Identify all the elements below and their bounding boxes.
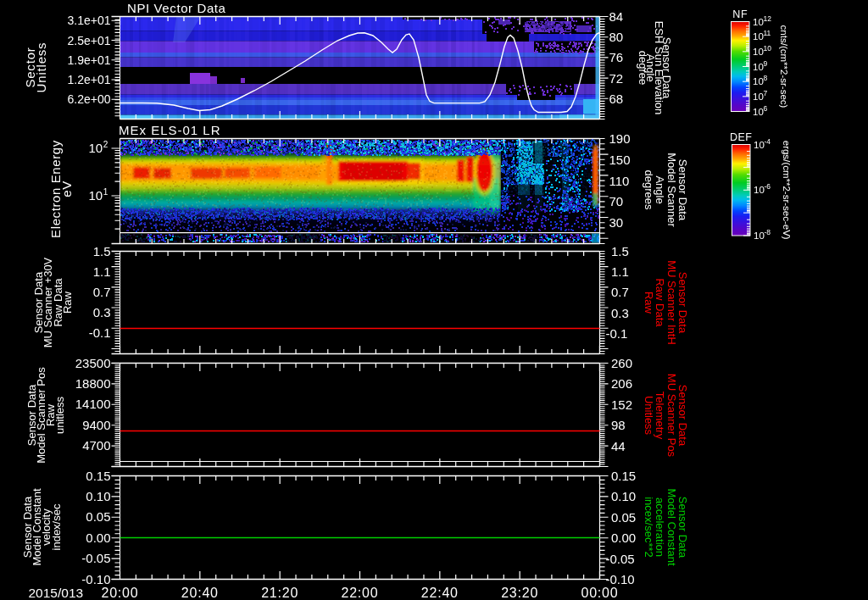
svg-text:3.1e+01: 3.1e+01 bbox=[68, 14, 111, 27]
svg-text:8: 8 bbox=[764, 74, 768, 82]
svg-text:9400: 9400 bbox=[82, 418, 110, 432]
svg-text:6: 6 bbox=[764, 104, 768, 113]
svg-text:14100: 14100 bbox=[75, 397, 111, 411]
svg-text:84: 84 bbox=[609, 9, 624, 24]
svg-text:-0.05: -0.05 bbox=[606, 552, 635, 566]
svg-text:10: 10 bbox=[753, 17, 764, 27]
svg-text:23500: 23500 bbox=[75, 356, 111, 370]
svg-text:206: 206 bbox=[611, 376, 632, 391]
svg-text:ergs/(cm**2-sr-sec-eV): ergs/(cm**2-sr-sec-eV) bbox=[782, 141, 792, 240]
svg-text:0.05: 0.05 bbox=[611, 510, 636, 525]
svg-text:0.00: 0.00 bbox=[86, 531, 110, 545]
svg-text:0.15: 0.15 bbox=[611, 469, 636, 483]
svg-text:7: 7 bbox=[764, 89, 768, 97]
svg-text:72: 72 bbox=[609, 71, 624, 86]
svg-text:190: 190 bbox=[609, 131, 631, 146]
svg-text:10: 10 bbox=[753, 76, 764, 86]
svg-text:22:00: 22:00 bbox=[341, 586, 378, 600]
svg-text:68: 68 bbox=[609, 92, 624, 106]
svg-text:110: 110 bbox=[609, 174, 630, 188]
svg-text:70: 70 bbox=[609, 194, 624, 208]
svg-text:10: 10 bbox=[753, 62, 764, 72]
svg-text:9: 9 bbox=[764, 59, 768, 68]
svg-text:30: 30 bbox=[609, 215, 624, 230]
svg-text:22:40: 22:40 bbox=[421, 586, 459, 600]
svg-text:degree: degree bbox=[637, 51, 649, 85]
svg-text:Raw: Raw bbox=[643, 292, 655, 314]
svg-text:0.3: 0.3 bbox=[93, 305, 111, 319]
svg-text:10: 10 bbox=[753, 107, 764, 117]
svg-text:-0.05: -0.05 bbox=[81, 551, 110, 565]
svg-text:incex/sec**2: incex/sec**2 bbox=[643, 497, 655, 558]
svg-text:10: 10 bbox=[754, 231, 765, 241]
svg-text:10: 10 bbox=[754, 185, 765, 195]
svg-text:98: 98 bbox=[611, 418, 626, 432]
svg-text:MEx ELS-01 LR: MEx ELS-01 LR bbox=[119, 123, 221, 137]
svg-text:0.7: 0.7 bbox=[93, 285, 111, 299]
svg-text:1.2e+01: 1.2e+01 bbox=[68, 73, 111, 86]
svg-text:2.5e+01: 2.5e+01 bbox=[68, 34, 111, 47]
svg-text:-8: -8 bbox=[765, 228, 771, 236]
svg-text:10: 10 bbox=[753, 92, 764, 102]
svg-text:eV: eV bbox=[59, 181, 74, 197]
svg-text:76: 76 bbox=[609, 50, 624, 64]
svg-text:10: 10 bbox=[754, 140, 765, 150]
svg-text:6.2e+00: 6.2e+00 bbox=[68, 92, 111, 106]
svg-text:NPI Vector Data: NPI Vector Data bbox=[127, 1, 226, 15]
svg-text:0.15: 0.15 bbox=[86, 469, 110, 483]
svg-text:DEF: DEF bbox=[730, 131, 753, 143]
svg-text:-4: -4 bbox=[765, 137, 771, 146]
svg-text:18800: 18800 bbox=[75, 376, 111, 391]
svg-text:1.1: 1.1 bbox=[93, 264, 111, 279]
svg-text:4700: 4700 bbox=[82, 438, 110, 453]
svg-text:0.3: 0.3 bbox=[611, 306, 629, 320]
svg-text:Unitless: Unitless bbox=[34, 42, 48, 93]
svg-text:0.00: 0.00 bbox=[611, 531, 636, 545]
svg-text:degrees: degrees bbox=[643, 170, 655, 210]
svg-text:Unitless: Unitless bbox=[643, 396, 655, 436]
svg-text:23:20: 23:20 bbox=[501, 586, 538, 600]
svg-text:2015/013: 2015/013 bbox=[29, 586, 84, 600]
svg-text:Raw: Raw bbox=[61, 291, 74, 314]
svg-text:260: 260 bbox=[611, 356, 632, 370]
svg-text:0.10: 0.10 bbox=[611, 489, 636, 503]
svg-text:1.9e+01: 1.9e+01 bbox=[68, 53, 111, 67]
svg-text:152: 152 bbox=[611, 397, 632, 412]
svg-text:-6: -6 bbox=[765, 182, 771, 191]
svg-text:44: 44 bbox=[611, 439, 626, 453]
svg-text:21:20: 21:20 bbox=[261, 586, 298, 600]
svg-text:10: 10 bbox=[89, 188, 103, 203]
svg-text:1: 1 bbox=[103, 187, 108, 197]
svg-text:0.7: 0.7 bbox=[611, 285, 629, 299]
svg-text:00:00: 00:00 bbox=[581, 586, 618, 600]
svg-text:10: 10 bbox=[764, 44, 772, 53]
svg-text:unitless: unitless bbox=[53, 396, 66, 434]
svg-text:1.1: 1.1 bbox=[611, 264, 629, 279]
svg-text:12: 12 bbox=[764, 14, 772, 23]
svg-text:2: 2 bbox=[103, 140, 108, 149]
svg-text:-0.10: -0.10 bbox=[81, 572, 110, 586]
svg-text:cnts/(cm**2-sr-sec): cnts/(cm**2-sr-sec) bbox=[779, 25, 789, 108]
svg-text:1.5: 1.5 bbox=[93, 244, 111, 258]
svg-text:10: 10 bbox=[753, 47, 764, 57]
svg-text:-0.10: -0.10 bbox=[606, 572, 635, 586]
svg-text:11: 11 bbox=[764, 29, 771, 37]
svg-text:20:00: 20:00 bbox=[101, 586, 138, 600]
svg-text:10: 10 bbox=[89, 141, 103, 155]
svg-text:-0.1: -0.1 bbox=[606, 326, 628, 341]
svg-text:1.5: 1.5 bbox=[611, 244, 629, 258]
svg-text:150: 150 bbox=[609, 153, 631, 167]
svg-text:index/sec: index/sec bbox=[50, 503, 63, 550]
svg-text:80: 80 bbox=[609, 30, 624, 44]
svg-text:-0.1: -0.1 bbox=[89, 325, 111, 340]
svg-text:0.05: 0.05 bbox=[86, 509, 110, 524]
svg-text:20:40: 20:40 bbox=[181, 586, 219, 600]
svg-text:10: 10 bbox=[753, 31, 764, 42]
svg-text:0.10: 0.10 bbox=[86, 489, 110, 503]
svg-text:NF: NF bbox=[732, 8, 748, 20]
